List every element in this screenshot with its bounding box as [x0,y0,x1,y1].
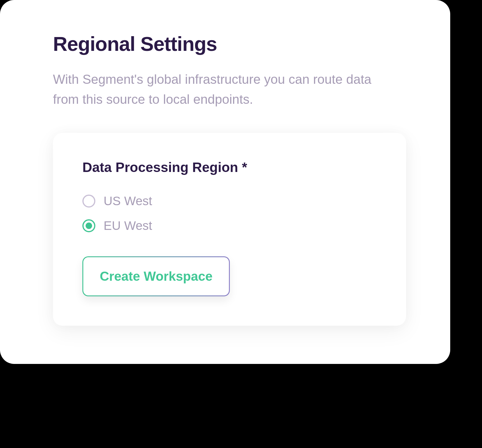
radio-checked-icon [82,219,95,232]
radio-inner-dot-icon [86,223,92,229]
region-option-label: EU West [104,219,152,233]
region-option-label: US West [104,194,152,208]
settings-card: Regional Settings With Segment's global … [0,0,450,364]
radio-unchecked-icon [82,195,95,208]
region-section-label: Data Processing Region * [82,159,377,175]
region-option-us-west[interactable]: US West [82,194,377,208]
page-description: With Segment's global infrastructure you… [53,69,391,109]
region-card: Data Processing Region * US West EU West… [53,133,406,326]
create-workspace-button[interactable]: Create Workspace [82,256,230,296]
page-title: Regional Settings [53,32,412,55]
region-radio-group: US West EU West [82,194,377,233]
region-option-eu-west[interactable]: EU West [82,219,377,233]
